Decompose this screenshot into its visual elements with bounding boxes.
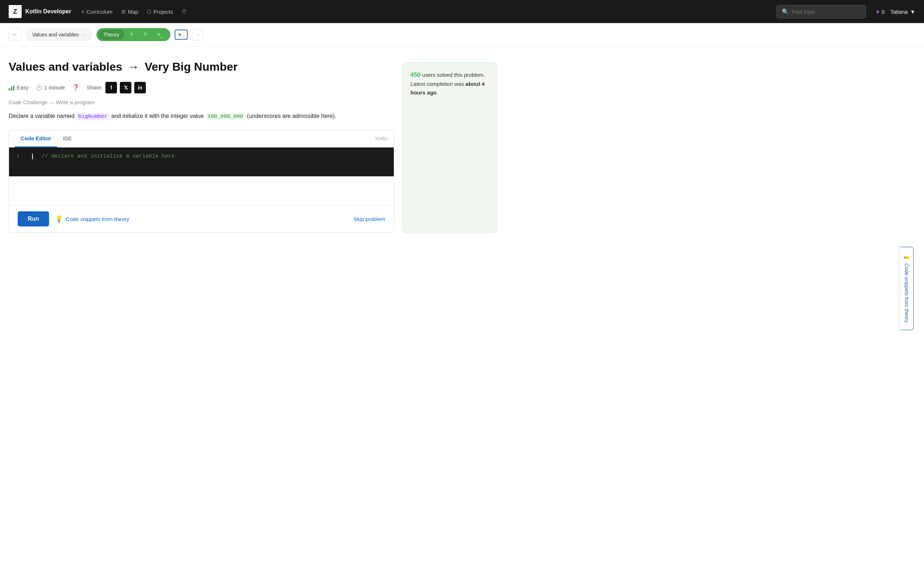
title-part2: Very Big Number [145,60,238,73]
tab-quiz2-label: ? [144,32,147,37]
tab-code-editor-label: Code Editor [21,135,51,141]
time-label: 1 minute [44,84,65,90]
timer-icon: ⏱ [181,9,187,15]
stats-text2: . [437,89,438,95]
tab-terminal-label: >_ [157,32,163,37]
arrow-symbol: → [128,60,139,73]
editor-container: Code Editor IDE Kotlin 1 // declare and … [9,130,394,233]
code-comment: // declare and initialize a variable her… [42,153,175,160]
run-button[interactable]: Run [18,211,49,226]
problem-description: Declare a variable named bigNumber and i… [9,111,394,121]
curriculum-icon: ≡ [81,9,84,15]
brand-logo: Z [9,5,22,18]
editor-tabs: Code Editor IDE Kotlin [9,130,394,148]
back-arrow-icon: ← [12,31,18,38]
clock-icon: 🕐 [36,85,42,90]
facebook-share-button[interactable]: f [105,82,117,93]
difficulty-badge: Easy [9,84,29,90]
next-tab-button[interactable]: › [192,29,204,40]
user-menu[interactable]: Tatiana ▼ [890,9,915,15]
skip-problem-link[interactable]: Skip problem [353,216,385,222]
share-row: Share: f 𝕏 in [87,82,146,93]
snippets-label: Code snippets from theory [66,216,129,222]
twitter-icon: 𝕏 [124,85,128,90]
chevron-right-icon: › [197,32,199,37]
facebook-icon: f [110,85,112,90]
timer-nav-item[interactable]: ⏱ [181,9,187,15]
desc-end: (underscores are admissible here). [246,113,336,119]
line-number: 1 [16,153,23,160]
meta-row: Easy 🕐 1 minute ❓ Share: f 𝕏 in [9,82,394,93]
gem-number: 0 [881,9,884,15]
tab-quiz1[interactable]: ? [125,29,138,40]
brand-link[interactable]: Z Kotlin Developer [9,5,71,18]
skip-label: Skip problem [353,216,385,222]
problem-subtitle: Code Challenge — Write a program [9,99,394,105]
linkedin-share-button[interactable]: in [134,82,146,93]
map-icon: ⊞ [121,9,126,15]
content-area: Values and variables → Very Big Number E… [9,60,394,233]
editor-whitespace [9,176,394,205]
cursor-icon [32,154,33,160]
tab-theory-label: Theory [103,32,120,37]
difficulty-label: Easy [16,84,29,90]
gem-icon: ♦ [876,8,879,16]
tab-code-label: >_ [178,32,184,37]
bottom-bar: Run 💡 Code snippets from theory Skip pro… [9,205,394,232]
tabs-group: Theory ? ? >_ [96,28,170,41]
lightbulb-icon: 💡 [55,215,63,223]
projects-nav-item[interactable]: ⬡ Projects [147,9,173,15]
title-part1: Values and variables [9,60,122,73]
difficulty-icon [9,85,15,90]
tab-code-editor[interactable]: Code Editor [15,130,57,148]
snippets-link[interactable]: 💡 Code snippets from theory [55,215,129,223]
search-bar[interactable]: 🔍 [776,5,866,18]
projects-label: Projects [153,9,173,15]
tab-ide[interactable]: IDE [57,130,78,148]
curriculum-label: Curriculum [86,9,113,15]
time-badge: 🕐 1 minute [36,84,65,90]
code-value: 100_000_000 [205,113,246,121]
problem-title: Values and variables → Very Big Number [9,60,394,75]
desc-start: Declare a variable named [9,113,76,119]
code-bigNumber: bigNumber [76,113,110,121]
navbar: Z Kotlin Developer ≡ Curriculum ⊞ Map ⬡ … [0,0,924,23]
main-content: Values and variables → Very Big Number E… [0,47,505,241]
code-line-1: 1 // declare and initialize a variable h… [16,153,386,160]
gem-count: ♦ 0 [876,8,885,16]
back-button[interactable]: ← [9,28,22,41]
breadcrumb-dots: ··· [82,32,86,37]
code-area[interactable]: 1 // declare and initialize a variable h… [9,148,394,176]
stats-card: 450 users solved this problem. Latest co… [403,62,497,233]
top-bar: ← Values and variables ··· Theory ? ? >_… [0,23,924,47]
breadcrumb-text: Values and variables [32,32,79,37]
map-nav-item[interactable]: ⊞ Map [121,9,138,15]
chevron-down-icon: ▼ [910,9,915,15]
lang-label: Kotlin [375,131,388,147]
twitter-share-button[interactable]: 𝕏 [120,82,131,93]
nav-right: ♦ 0 Tatiana ▼ [876,8,915,16]
tab-ide-label: IDE [63,135,72,141]
desc-mid: and initialize it with the integer value [110,113,205,119]
linkedin-icon: in [138,85,142,90]
tab-terminal[interactable]: >_ [152,29,168,40]
search-icon: 🔍 [782,8,789,15]
help-icon[interactable]: ❓ [72,84,79,91]
tab-quiz1-label: ? [130,32,133,37]
map-label: Map [128,9,138,15]
tab-quiz2[interactable]: ? [139,29,152,40]
share-label: Share: [87,84,102,90]
stats-count: 450 [410,71,420,78]
projects-icon: ⬡ [147,9,151,15]
brand-name: Kotlin Developer [25,8,71,15]
user-name: Tatiana [890,9,908,15]
breadcrumb: Values and variables ··· [26,29,92,41]
search-input[interactable] [792,9,861,15]
tab-theory[interactable]: Theory [99,29,124,40]
nav-links: ≡ Curriculum ⊞ Map ⬡ Projects ⏱ [81,9,766,15]
tab-code-active[interactable]: >_ [175,29,188,40]
curriculum-nav-item[interactable]: ≡ Curriculum [81,9,113,15]
